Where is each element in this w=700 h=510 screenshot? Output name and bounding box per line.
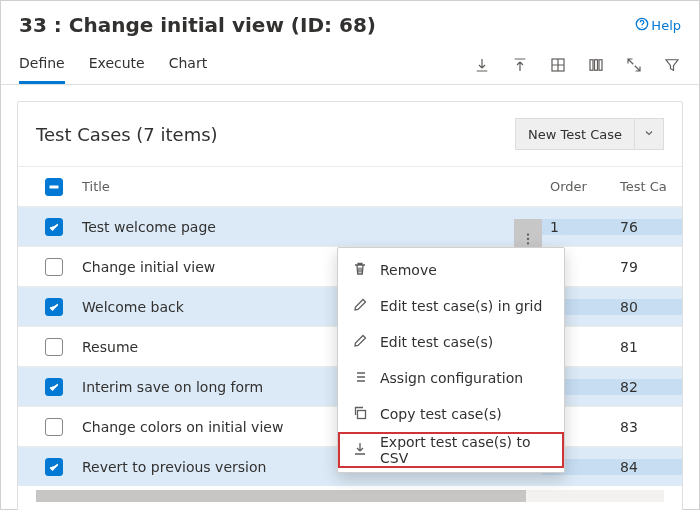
svg-rect-4 [595, 59, 598, 70]
row-checkbox[interactable] [45, 418, 63, 436]
tab-execute[interactable]: Execute [89, 45, 145, 84]
table-row[interactable]: Test welcome page176 [18, 206, 682, 246]
menu-item-label: Edit test case(s) in grid [380, 298, 542, 314]
row-testcase-id: 82 [612, 379, 682, 395]
card-title: Test Cases (7 items) [36, 124, 515, 145]
svg-point-7 [527, 233, 529, 235]
help-link[interactable]: Help [635, 17, 681, 34]
chevron-down-icon [643, 127, 655, 142]
columns-icon[interactable] [587, 56, 605, 74]
menu-item-copy-test-case-s[interactable]: Copy test case(s) [338, 396, 564, 432]
download-icon[interactable] [473, 56, 491, 74]
svg-rect-6 [50, 186, 58, 188]
row-testcase-id: 81 [612, 339, 682, 355]
row-testcase-id: 80 [612, 299, 682, 315]
tab-define[interactable]: Define [19, 45, 65, 84]
menu-item-export-test-case-s-to-csv[interactable]: Export test case(s) to CSV [338, 432, 564, 468]
menu-item-label: Assign configuration [380, 370, 523, 386]
row-checkbox[interactable] [45, 378, 63, 396]
row-testcase-id: 84 [612, 459, 682, 475]
tab-chart[interactable]: Chart [169, 45, 207, 84]
row-testcase-id: 76 [612, 219, 682, 235]
row-checkbox[interactable] [45, 458, 63, 476]
menu-item-label: Remove [380, 262, 437, 278]
row-checkbox[interactable] [45, 298, 63, 316]
menu-item-remove[interactable]: Remove [338, 252, 564, 288]
menu-item-edit-test-case-s-in-grid[interactable]: Edit test case(s) in grid [338, 288, 564, 324]
row-title: Test welcome page [78, 219, 542, 235]
pencil-icon [352, 297, 368, 316]
svg-point-9 [527, 242, 529, 244]
svg-point-1 [642, 26, 643, 27]
pencil-icon [352, 333, 368, 352]
svg-rect-10 [358, 410, 366, 418]
help-icon [635, 17, 649, 34]
menu-item-label: Edit test case(s) [380, 334, 493, 350]
filter-icon[interactable] [663, 56, 681, 74]
svg-point-8 [527, 237, 529, 239]
upload-icon[interactable] [511, 56, 529, 74]
grid-icon[interactable] [549, 56, 567, 74]
new-test-case-dropdown[interactable] [635, 118, 664, 150]
menu-item-label: Export test case(s) to CSV [380, 434, 550, 466]
column-header-order[interactable]: Order [542, 179, 612, 194]
svg-rect-3 [590, 59, 593, 70]
context-menu: RemoveEdit test case(s) in gridEdit test… [337, 247, 565, 473]
new-test-case-button[interactable]: New Test Case [515, 118, 635, 150]
row-order: 1 [542, 219, 612, 235]
menu-item-assign-configuration[interactable]: Assign configuration [338, 360, 564, 396]
help-label: Help [651, 18, 681, 33]
menu-item-edit-test-case-s[interactable]: Edit test case(s) [338, 324, 564, 360]
row-testcase-id: 83 [612, 419, 682, 435]
download-icon [352, 441, 368, 460]
menu-item-label: Copy test case(s) [380, 406, 502, 422]
column-header-title[interactable]: Title [78, 179, 542, 194]
row-checkbox[interactable] [45, 338, 63, 356]
select-all-checkbox[interactable] [45, 178, 63, 196]
row-checkbox[interactable] [45, 218, 63, 236]
page-title: 33 : Change initial view (ID: 68) [19, 13, 635, 37]
row-checkbox[interactable] [45, 258, 63, 276]
svg-rect-5 [599, 59, 602, 70]
column-header-testcase[interactable]: Test Ca [612, 179, 682, 194]
copy-icon [352, 405, 368, 424]
trash-icon [352, 261, 368, 280]
row-testcase-id: 79 [612, 259, 682, 275]
horizontal-scrollbar[interactable] [36, 490, 664, 502]
list-icon [352, 369, 368, 388]
fullscreen-icon[interactable] [625, 56, 643, 74]
